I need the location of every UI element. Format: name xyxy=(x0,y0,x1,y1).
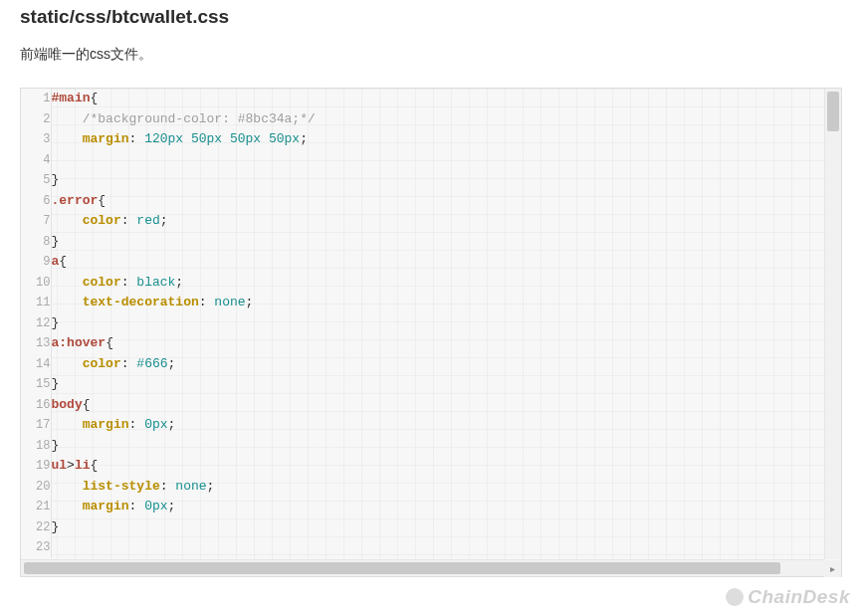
line-number: 16 xyxy=(21,395,51,416)
code-table: 1#main{2 /*background-color: #8bc34a;*/3… xyxy=(21,89,864,558)
line-number: 15 xyxy=(21,374,51,395)
code-content xyxy=(51,537,864,558)
line-number: 19 xyxy=(21,456,51,477)
code-block: 1#main{2 /*background-color: #8bc34a;*/3… xyxy=(20,88,842,577)
code-content: margin: 0px; xyxy=(51,497,864,517)
line-number: 22 xyxy=(21,517,51,538)
line-number: 21 xyxy=(21,497,51,517)
line-number: 18 xyxy=(21,436,51,457)
code-line: 7 color: red; xyxy=(21,211,864,232)
line-number: 14 xyxy=(21,354,51,375)
code-line: 23 xyxy=(21,537,864,558)
code-line: 15} xyxy=(21,374,864,395)
code-line: 14 color: #666; xyxy=(21,354,864,375)
code-line: 11 text-decoration: none; xyxy=(21,293,864,313)
code-content: margin: 0px; xyxy=(51,415,864,436)
code-line: 10 color: black; xyxy=(21,273,864,294)
code-line: 8} xyxy=(21,232,864,253)
code-line: 6.error{ xyxy=(21,191,864,212)
code-content: color: red; xyxy=(51,211,864,232)
line-number: 9 xyxy=(21,252,51,273)
code-line: 18} xyxy=(21,436,864,457)
watermark-icon xyxy=(726,588,744,606)
code-line: 19ul>li{ xyxy=(21,456,864,477)
horizontal-scrollbar[interactable]: ▸ xyxy=(21,559,824,576)
code-line: 12} xyxy=(21,313,864,334)
code-content: } xyxy=(51,313,864,334)
line-number: 12 xyxy=(21,313,51,334)
code-content: ul>li{ xyxy=(51,456,864,477)
line-number: 8 xyxy=(21,232,51,253)
code-line: 9a{ xyxy=(21,252,864,273)
code-content: a{ xyxy=(51,252,864,273)
line-number: 10 xyxy=(21,273,51,294)
code-line: 20 list-style: none; xyxy=(21,477,864,498)
code-line: 17 margin: 0px; xyxy=(21,415,864,436)
code-line: 3 margin: 120px 50px 50px 50px; xyxy=(21,129,864,150)
code-line: 5} xyxy=(21,170,864,191)
code-line: 21 margin: 0px; xyxy=(21,497,864,517)
code-content: color: black; xyxy=(51,273,864,294)
code-content: } xyxy=(51,232,864,253)
code-content: } xyxy=(51,436,864,457)
line-number: 7 xyxy=(21,211,51,232)
scrollbar-right-arrow-icon[interactable]: ▸ xyxy=(824,560,841,577)
code-content: list-style: none; xyxy=(51,477,864,498)
line-number: 6 xyxy=(21,191,51,212)
code-content: } xyxy=(51,374,864,395)
code-content: #main{ xyxy=(51,89,864,109)
vertical-scrollbar[interactable] xyxy=(824,89,841,559)
code-content: text-decoration: none; xyxy=(51,293,864,313)
watermark-text: ChainDesk xyxy=(748,586,850,608)
line-number: 1 xyxy=(21,89,51,109)
page-title: static/css/btcwallet.css xyxy=(20,6,844,28)
code-line: 13a:hover{ xyxy=(21,333,864,354)
vertical-scrollbar-thumb[interactable] xyxy=(827,92,839,131)
line-number: 13 xyxy=(21,333,51,354)
horizontal-scrollbar-thumb[interactable] xyxy=(24,562,780,574)
code-line: 16body{ xyxy=(21,395,864,416)
line-number: 23 xyxy=(21,537,51,558)
code-content: } xyxy=(51,170,864,191)
line-number: 11 xyxy=(21,293,51,313)
code-line: 22} xyxy=(21,517,864,538)
code-line: 4 xyxy=(21,150,864,171)
code-content: .error{ xyxy=(51,191,864,212)
code-content: /*background-color: #8bc34a;*/ xyxy=(51,109,864,130)
line-number: 5 xyxy=(21,170,51,191)
line-number: 3 xyxy=(21,129,51,150)
line-number: 2 xyxy=(21,109,51,130)
code-content: } xyxy=(51,517,864,538)
watermark: ChainDesk xyxy=(726,586,850,608)
code-content: margin: 120px 50px 50px 50px; xyxy=(51,129,864,150)
code-content xyxy=(51,150,864,171)
line-number: 4 xyxy=(21,150,51,171)
line-number: 17 xyxy=(21,415,51,436)
code-line: 2 /*background-color: #8bc34a;*/ xyxy=(21,109,864,130)
code-content: a:hover{ xyxy=(51,333,864,354)
page-description: 前端唯一的css文件。 xyxy=(20,46,844,64)
code-content: body{ xyxy=(51,395,864,416)
code-content: color: #666; xyxy=(51,354,864,375)
code-line: 1#main{ xyxy=(21,89,864,109)
line-number: 20 xyxy=(21,477,51,498)
